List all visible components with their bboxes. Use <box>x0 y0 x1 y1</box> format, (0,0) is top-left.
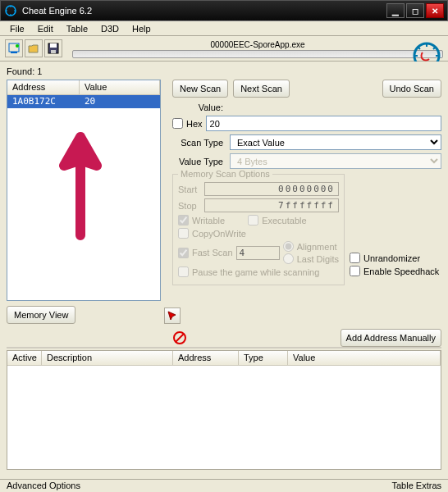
value-type-select: 4 Bytes <box>230 153 441 169</box>
hex-checkbox[interactable]: Hex <box>172 118 203 129</box>
next-scan-button[interactable]: Next Scan <box>233 80 290 98</box>
executable-checkbox <box>248 215 258 226</box>
table-extras-button[interactable]: Table Extras <box>391 481 441 491</box>
add-address-manually-button[interactable]: Add Address Manually <box>341 329 441 347</box>
col-value[interactable]: Value <box>288 351 441 365</box>
menu-table[interactable]: Table <box>60 22 94 35</box>
copyonwrite-checkbox <box>178 228 189 239</box>
app-icon <box>4 4 17 17</box>
progress-bar <box>72 50 443 58</box>
minimize-button[interactable]: ▁ <box>386 3 405 18</box>
svg-rect-5 <box>50 43 57 48</box>
col-address[interactable]: Address <box>7 80 80 94</box>
process-name: 00000EEC-SporeApp.exe <box>72 40 443 49</box>
new-scan-button[interactable]: New Scan <box>172 80 228 98</box>
scan-type-select[interactable]: Exact Value <box>230 134 441 150</box>
menu-edit[interactable]: Edit <box>31 22 60 35</box>
col-type[interactable]: Type <box>239 351 288 365</box>
lastdigits-radio <box>283 253 294 264</box>
start-input <box>204 182 339 196</box>
alignment-radio <box>283 241 294 252</box>
menu-file[interactable]: File <box>3 22 31 35</box>
speedhack-checkbox[interactable]: Enable Speedhack <box>350 266 439 276</box>
result-row[interactable]: 1A0B172C 20 <box>7 95 160 108</box>
clear-list-button[interactable] <box>171 329 189 347</box>
window-title: Cheat Engine 6.2 <box>22 6 92 16</box>
svg-point-3 <box>16 44 19 48</box>
save-button[interactable] <box>44 39 62 57</box>
value-label: Value: <box>172 102 226 112</box>
select-process-button[interactable] <box>5 39 23 57</box>
menu-bar: File Edit Table D3D Help <box>0 21 448 36</box>
advanced-options-button[interactable]: Advanced Options <box>7 481 80 491</box>
pointer-scan-button[interactable] <box>164 308 181 324</box>
close-button[interactable]: ✕ <box>426 3 444 18</box>
menu-help[interactable]: Help <box>126 22 158 35</box>
memory-scan-options-group: Memory Scan Options Start Stop Writable … <box>172 174 345 285</box>
undo-scan-button[interactable]: Undo Scan <box>382 80 441 98</box>
menu-d3d[interactable]: D3D <box>94 22 126 35</box>
splitter[interactable] <box>7 347 441 348</box>
fastscan-checkbox <box>178 248 189 258</box>
pause-checkbox <box>178 266 189 277</box>
value-input[interactable] <box>206 116 441 131</box>
svg-rect-2 <box>11 52 17 53</box>
open-button[interactable] <box>25 39 43 57</box>
scan-results-list[interactable]: Address Value 1A0B172C 20 <box>7 80 161 301</box>
value-type-label: Value Type <box>172 157 226 166</box>
memory-view-button[interactable]: Memory View <box>7 306 75 324</box>
svg-line-9 <box>176 334 184 342</box>
unrandomizer-checkbox[interactable]: Unrandomizer <box>350 253 439 263</box>
col-address[interactable]: Address <box>173 351 239 365</box>
fastscan-value <box>236 246 280 260</box>
address-list-table[interactable]: Active Description Address Type Value <box>7 350 441 470</box>
svg-rect-6 <box>51 50 56 53</box>
col-active[interactable]: Active <box>7 351 42 365</box>
found-label: Found: 1 <box>7 66 441 76</box>
stop-input <box>204 198 339 212</box>
col-description[interactable]: Description <box>42 351 173 365</box>
col-value[interactable]: Value <box>80 80 160 94</box>
maximize-button[interactable]: ◻ <box>406 3 424 18</box>
writable-checkbox <box>178 215 189 226</box>
scan-type-label: Scan Type <box>172 138 226 148</box>
